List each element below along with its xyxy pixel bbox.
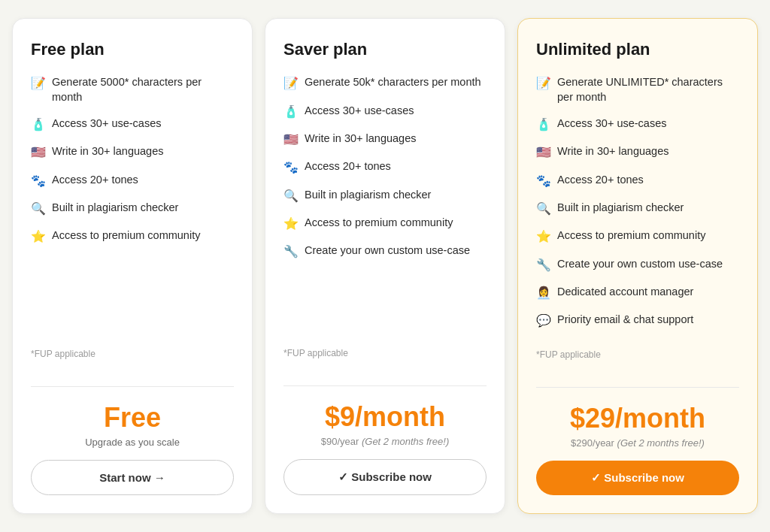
list-item: 🔧Create your own custom use-case xyxy=(536,256,739,274)
feature-text: Access 30+ use-cases xyxy=(557,116,666,131)
feature-text: Access to premium community xyxy=(557,228,705,243)
plan-card-saver: Saver plan📝Generate 50k* characters per … xyxy=(265,18,505,514)
feature-icon: 🐾 xyxy=(283,159,299,176)
fup-note: *FUP applicable xyxy=(283,348,487,358)
price-main: $9/month xyxy=(283,401,487,433)
list-item: 🔍Built in plagiarism checker xyxy=(283,187,487,204)
list-item: 👩‍💼Dedicated account manager xyxy=(536,284,739,301)
feature-text: Write in 30+ languages xyxy=(52,144,163,159)
feature-icon: 🇺🇸 xyxy=(283,131,299,148)
feature-icon: 🧴 xyxy=(536,116,551,133)
feature-icon: 📝 xyxy=(283,75,299,92)
price-sub: $290/year (Get 2 months free!) xyxy=(536,437,739,449)
features-list-free: 📝Generate 5000* characters per month🧴Acc… xyxy=(31,74,234,340)
feature-icon: ⭐ xyxy=(31,228,46,245)
price-main: Free xyxy=(31,402,234,434)
feature-text: Generate 5000* characters per month xyxy=(52,74,234,105)
list-item: 📝Generate 5000* characters per month xyxy=(31,74,234,105)
feature-icon: 🇺🇸 xyxy=(31,144,46,161)
feature-text: Dedicated account manager xyxy=(557,284,693,299)
feature-text: Write in 30+ languages xyxy=(305,131,416,146)
fup-note: *FUP applicable xyxy=(31,349,234,359)
cta-button-free[interactable]: Start now → xyxy=(31,460,234,495)
list-item: 🧴Access 30+ use-cases xyxy=(283,103,487,120)
list-item: 🧴Access 30+ use-cases xyxy=(536,116,739,133)
feature-text: Access 20+ tones xyxy=(305,159,391,174)
feature-icon: 🐾 xyxy=(536,173,551,189)
list-item: 💬Priority email & chat support xyxy=(536,312,739,329)
feature-text: Generate 50k* characters per month xyxy=(305,74,481,89)
feature-icon: 🇺🇸 xyxy=(536,144,551,161)
pricing-section-saver: $9/month$90/year (Get 2 months free!)✓ S… xyxy=(283,401,487,495)
list-item: 🇺🇸Write in 30+ languages xyxy=(31,144,234,161)
feature-icon: 🔍 xyxy=(536,201,551,217)
feature-text: Write in 30+ languages xyxy=(557,144,668,159)
feature-text: Built in plagiarism checker xyxy=(557,200,684,215)
list-item: ⭐Access to premium community xyxy=(283,215,487,232)
feature-icon: 🧴 xyxy=(31,116,46,133)
plan-title-saver: Saver plan xyxy=(283,40,487,59)
list-item: ⭐Access to premium community xyxy=(536,228,739,245)
feature-icon: 🔍 xyxy=(31,201,46,217)
feature-text: Access 20+ tones xyxy=(557,172,644,187)
feature-text: Create your own custom use-case xyxy=(557,256,723,271)
feature-text: Access to premium community xyxy=(305,215,453,230)
plan-title-unlimited: Unlimited plan xyxy=(536,40,739,59)
feature-icon: 💬 xyxy=(536,313,551,329)
feature-icon: 🔧 xyxy=(283,243,299,260)
list-item: 🔍Built in plagiarism checker xyxy=(536,200,739,217)
feature-icon: 🧴 xyxy=(283,104,299,120)
list-item: 🔍Built in plagiarism checker xyxy=(31,200,234,217)
plan-card-unlimited: Unlimited plan📝Generate UNLIMITED* chara… xyxy=(517,18,758,514)
feature-text: Access 20+ tones xyxy=(52,172,138,187)
price-sub: $90/year (Get 2 months free!) xyxy=(283,436,487,447)
features-list-unlimited: 📝Generate UNLIMITED* characters per mont… xyxy=(536,74,739,340)
feature-icon: 🐾 xyxy=(31,173,46,189)
feature-text: Built in plagiarism checker xyxy=(52,200,178,215)
features-list-saver: 📝Generate 50k* characters per month🧴Acce… xyxy=(283,74,487,339)
feature-icon: 🔧 xyxy=(536,257,551,274)
price-main: $29/month xyxy=(536,403,739,434)
feature-text: Access to premium community xyxy=(52,228,200,243)
pricing-section-unlimited: $29/month$290/year (Get 2 months free!)✓… xyxy=(536,403,739,495)
feature-text: Access 30+ use-cases xyxy=(52,116,161,131)
feature-text: Access 30+ use-cases xyxy=(305,103,414,118)
feature-icon: ⭐ xyxy=(283,216,299,232)
fup-note: *FUP applicable xyxy=(536,349,739,360)
list-item: 🧴Access 30+ use-cases xyxy=(31,116,234,133)
feature-text: Create your own custom use-case xyxy=(305,243,470,258)
section-divider xyxy=(536,387,739,388)
list-item: ⭐Access to premium community xyxy=(31,228,234,245)
section-divider xyxy=(283,385,487,386)
list-item: 🇺🇸Write in 30+ languages xyxy=(283,131,487,148)
feature-icon: 📝 xyxy=(31,75,46,92)
list-item: 🐾Access 20+ tones xyxy=(536,172,739,189)
list-item: 📝Generate 50k* characters per month xyxy=(283,74,487,92)
feature-text: Priority email & chat support xyxy=(557,312,693,327)
feature-icon: 👩‍💼 xyxy=(536,285,551,301)
feature-icon: ⭐ xyxy=(536,228,551,245)
feature-icon: 📝 xyxy=(536,75,551,92)
list-item: 🐾Access 20+ tones xyxy=(31,172,234,189)
feature-text: Generate UNLIMITED* characters per month xyxy=(557,74,739,105)
feature-text: Built in plagiarism checker xyxy=(305,187,431,202)
pricing-container: Free plan📝Generate 5000* characters per … xyxy=(12,18,758,514)
cta-button-unlimited[interactable]: ✓ Subscribe now xyxy=(536,461,739,495)
price-label: Upgrade as you scale xyxy=(31,437,234,448)
feature-icon: 🔍 xyxy=(283,188,299,204)
list-item: 🇺🇸Write in 30+ languages xyxy=(536,144,739,161)
plan-title-free: Free plan xyxy=(31,40,234,59)
cta-button-saver[interactable]: ✓ Subscribe now xyxy=(283,459,487,495)
plan-card-free: Free plan📝Generate 5000* characters per … xyxy=(12,18,253,514)
section-divider xyxy=(31,386,234,387)
list-item: 🐾Access 20+ tones xyxy=(283,159,487,176)
pricing-section-free: FreeUpgrade as you scaleStart now → xyxy=(31,402,234,495)
list-item: 🔧Create your own custom use-case xyxy=(283,243,487,260)
list-item: 📝Generate UNLIMITED* characters per mont… xyxy=(536,74,739,105)
